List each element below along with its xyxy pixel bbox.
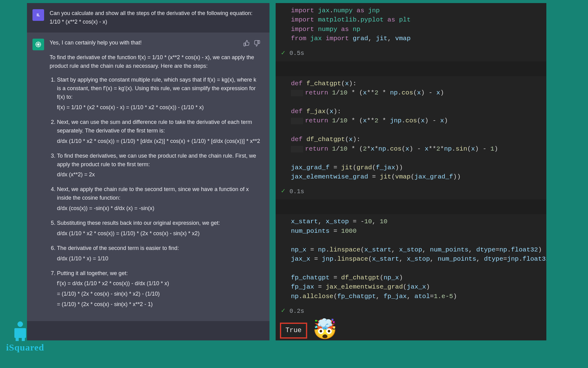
chat-panel: IL Can you calculate and show all the st… bbox=[27, 3, 270, 340]
user-message-text: Can you calculate and show all the steps… bbox=[50, 9, 260, 26]
assistant-message-body: Yes, I can certainly help you with that! bbox=[50, 39, 260, 315]
formula-4: d/dx (cos(x)) = -sin(x) * d/dx (x) = -si… bbox=[57, 204, 260, 213]
formula-3: d/dx (x**2) = 2x bbox=[57, 171, 260, 179]
notebook-cell-2[interactable]: def f_chatgpt(x): return 1/10 * (x**2 * … bbox=[276, 76, 546, 204]
step-2: Next, we can use the sum and difference … bbox=[57, 118, 260, 146]
feedback-controls bbox=[243, 39, 260, 49]
notebook-cell-1[interactable]: import jax.numpy as jnp import matplotli… bbox=[276, 3, 546, 66]
cell-3-code[interactable]: x_start, x_stop = -10, 10 num_points = 1… bbox=[276, 214, 546, 304]
formula-5: d/dx (1/10 * x2 * cos(x)) = (1/10) * (2x… bbox=[57, 229, 260, 238]
assistant-intro: To find the derivative of the function f… bbox=[50, 53, 260, 71]
logo-text: iSquared bbox=[6, 342, 44, 353]
cell-3-status: ✓ 0.2s bbox=[276, 304, 546, 319]
logo-mark-icon bbox=[13, 321, 28, 341]
cell-2-code[interactable]: def f_chatgpt(x): return 1/10 * (x**2 * … bbox=[276, 76, 546, 185]
cell-1-code[interactable]: import jax.numpy as jnp import matplotli… bbox=[276, 3, 546, 47]
check-icon: ✓ bbox=[281, 48, 285, 58]
mind-blown-emoji: 🤯 bbox=[313, 321, 337, 340]
user-avatar: IL bbox=[32, 9, 44, 21]
step-7: Putting it all together, we get: f'(x) =… bbox=[57, 269, 260, 309]
cell-1-status: ✓ 0.5s bbox=[276, 47, 546, 61]
step-6: The derivative of the second term is eas… bbox=[57, 244, 260, 263]
assistant-lead: Yes, I can certainly help you with that! bbox=[50, 39, 243, 47]
cell-2-time: 0.1s bbox=[289, 187, 304, 196]
notebook-cell-3[interactable]: x_start, x_stop = -10, 10 num_points = 1… bbox=[276, 214, 546, 340]
formula-2: d/dx (1/10 * x2 * cos(x)) = (1/10) * [d/… bbox=[57, 137, 260, 146]
notebook-panel: import jax.numpy as jnp import matplotli… bbox=[276, 3, 546, 340]
formula-1: f(x) = 1/10 * (x2 * cos(x) - x) = (1/10 … bbox=[57, 103, 260, 112]
thumbs-down-icon[interactable] bbox=[254, 40, 260, 49]
formula-final1: f'(x) = d/dx (1/10 * x2 * cos(x)) - d/dx… bbox=[57, 279, 260, 288]
step-5: Substituting these results back into our… bbox=[57, 219, 260, 238]
cell-3-time: 0.2s bbox=[289, 307, 304, 316]
check-icon: ✓ bbox=[281, 186, 285, 196]
thumbs-up-icon[interactable] bbox=[243, 40, 250, 49]
check-icon: ✓ bbox=[281, 306, 285, 316]
cell-3-output: True 🤯 bbox=[276, 319, 546, 340]
step-1: Start by applying the constant multiple … bbox=[57, 76, 260, 112]
user-message-row: IL Can you calculate and show all the st… bbox=[27, 3, 270, 33]
assistant-message-row: Yes, I can certainly help you with that! bbox=[27, 33, 270, 321]
assistant-steps-list: Start by applying the constant multiple … bbox=[50, 76, 260, 309]
cell-2-status: ✓ 0.1s bbox=[276, 185, 546, 199]
formula-final2: = (1/10) * (2x * cos(x) - sin(x) * x2) -… bbox=[57, 290, 260, 298]
formula-final3: = (1/10) * (2x * cos(x) - sin(x) * x**2 … bbox=[57, 300, 260, 309]
isquared-logo: iSquared bbox=[6, 321, 44, 353]
step-4: Next, we apply the chain rule to the sec… bbox=[57, 185, 260, 213]
output-true-box: True bbox=[280, 323, 307, 339]
assistant-avatar bbox=[32, 39, 44, 50]
formula-6: d/dx (1/10 * x) = 1/10 bbox=[57, 255, 260, 263]
step-3: To find these derivatives, we can use th… bbox=[57, 152, 260, 179]
cell-1-time: 0.5s bbox=[289, 49, 304, 58]
